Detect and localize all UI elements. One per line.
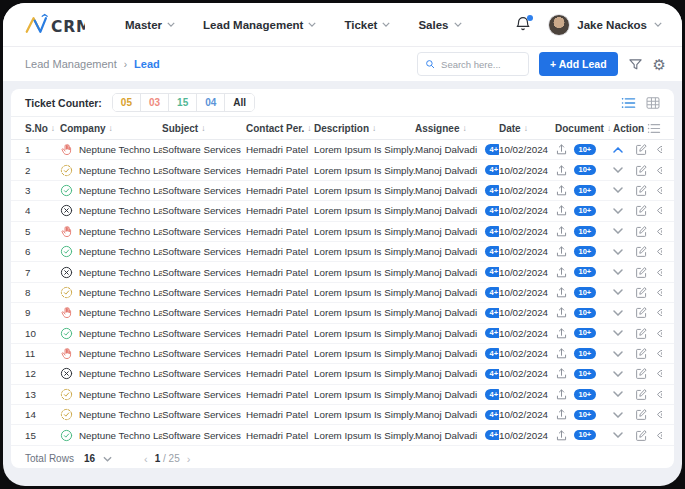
breadcrumb-parent[interactable]: Lead Management: [25, 58, 117, 70]
edit-icon[interactable]: [635, 143, 648, 156]
assignee-count-badge[interactable]: 4+: [485, 287, 499, 298]
assignee-count-badge[interactable]: 4+: [485, 308, 499, 319]
column-settings-icon[interactable]: [647, 123, 661, 134]
upload-icon[interactable]: [555, 367, 568, 380]
expand-row-icon[interactable]: [613, 187, 623, 193]
view-icon[interactable]: [656, 225, 662, 238]
upload-icon[interactable]: [555, 388, 568, 401]
document-count-badge[interactable]: 10+: [574, 246, 596, 257]
edit-icon[interactable]: [635, 204, 648, 217]
view-icon[interactable]: [656, 286, 662, 299]
document-count-badge[interactable]: 10+: [574, 144, 596, 155]
document-count-badge[interactable]: 10+: [574, 165, 596, 176]
edit-icon[interactable]: [635, 184, 648, 197]
document-count-badge[interactable]: 10+: [574, 348, 596, 359]
user-menu[interactable]: Jake Nackos: [548, 14, 662, 36]
expand-row-icon[interactable]: [613, 269, 623, 275]
view-icon[interactable]: [656, 408, 662, 421]
view-icon[interactable]: [656, 388, 662, 401]
assignee-count-badge[interactable]: 4+: [485, 226, 499, 237]
expand-row-icon[interactable]: [613, 167, 623, 173]
sort-arrow-icon[interactable]: ↓: [462, 123, 466, 133]
search-input[interactable]: [441, 59, 521, 70]
upload-icon[interactable]: [555, 327, 568, 340]
edit-icon[interactable]: [635, 347, 648, 360]
sort-arrow-icon[interactable]: ↓: [201, 123, 205, 133]
edit-icon[interactable]: [635, 225, 648, 238]
assignee-count-badge[interactable]: 4+: [485, 389, 499, 400]
edit-icon[interactable]: [635, 286, 648, 299]
expand-row-icon[interactable]: [613, 432, 623, 438]
ticket-counter-item-05[interactable]: 05: [113, 94, 141, 111]
assignee-count-badge[interactable]: 4+: [485, 144, 499, 155]
nav-item-ticket[interactable]: Ticket: [344, 19, 390, 31]
document-count-badge[interactable]: 10+: [574, 308, 596, 319]
upload-icon[interactable]: [555, 347, 568, 360]
edit-icon[interactable]: [635, 367, 648, 380]
view-icon[interactable]: [656, 245, 662, 258]
document-count-badge[interactable]: 10+: [574, 328, 596, 339]
view-icon[interactable]: [656, 184, 662, 197]
edit-icon[interactable]: [635, 266, 648, 279]
sort-arrow-icon[interactable]: ↓: [51, 123, 55, 133]
assignee-count-badge[interactable]: 4+: [485, 430, 499, 441]
upload-icon[interactable]: [555, 306, 568, 319]
assignee-count-badge[interactable]: 4+: [485, 165, 499, 176]
edit-icon[interactable]: [635, 388, 648, 401]
list-view-icon[interactable]: [621, 97, 636, 109]
expand-row-icon[interactable]: [613, 391, 623, 397]
collapse-row-icon[interactable]: [613, 147, 623, 153]
upload-icon[interactable]: [555, 245, 568, 258]
assignee-count-badge[interactable]: 4+: [485, 328, 499, 339]
next-page-icon[interactable]: ›: [187, 453, 191, 465]
upload-icon[interactable]: [555, 429, 568, 442]
view-icon[interactable]: [656, 164, 662, 177]
upload-icon[interactable]: [555, 204, 568, 217]
upload-icon[interactable]: [555, 184, 568, 197]
sort-arrow-icon[interactable]: ↓: [607, 123, 611, 133]
expand-row-icon[interactable]: [613, 228, 623, 234]
view-icon[interactable]: [656, 306, 662, 319]
edit-icon[interactable]: [635, 327, 648, 340]
settings-button[interactable]: ⚙: [653, 57, 666, 72]
assignee-count-badge[interactable]: 4+: [485, 246, 499, 257]
assignee-count-badge[interactable]: 4+: [485, 369, 499, 380]
ticket-counter-item-03[interactable]: 03: [141, 94, 169, 111]
document-count-badge[interactable]: 10+: [574, 389, 596, 400]
view-icon[interactable]: [656, 327, 662, 340]
assignee-count-badge[interactable]: 4+: [485, 206, 499, 217]
upload-icon[interactable]: [555, 143, 568, 156]
nav-item-master[interactable]: Master: [125, 19, 175, 31]
edit-icon[interactable]: [635, 429, 648, 442]
assignee-count-badge[interactable]: 4+: [485, 185, 499, 196]
ticket-counter-item-15[interactable]: 15: [169, 94, 197, 111]
grid-view-icon[interactable]: [646, 97, 660, 109]
upload-icon[interactable]: [555, 164, 568, 177]
view-icon[interactable]: [656, 204, 662, 217]
document-count-badge[interactable]: 10+: [574, 287, 596, 298]
expand-row-icon[interactable]: [613, 330, 623, 336]
expand-row-icon[interactable]: [613, 289, 623, 295]
document-count-badge[interactable]: 10+: [574, 185, 596, 196]
document-count-badge[interactable]: 10+: [574, 206, 596, 217]
ticket-counter-item-04[interactable]: 04: [197, 94, 225, 111]
document-count-badge[interactable]: 10+: [574, 430, 596, 441]
nav-item-sales[interactable]: Sales: [418, 19, 461, 31]
document-count-badge[interactable]: 10+: [574, 369, 596, 380]
assignee-count-badge[interactable]: 4+: [485, 267, 499, 278]
expand-row-icon[interactable]: [613, 371, 623, 377]
expand-row-icon[interactable]: [613, 412, 623, 418]
assignee-count-badge[interactable]: 4+: [485, 348, 499, 359]
expand-row-icon[interactable]: [613, 310, 623, 316]
edit-icon[interactable]: [635, 306, 648, 319]
upload-icon[interactable]: [555, 266, 568, 279]
expand-row-icon[interactable]: [613, 208, 623, 214]
rows-per-page-dropdown[interactable]: [103, 456, 112, 462]
upload-icon[interactable]: [555, 286, 568, 299]
prev-page-icon[interactable]: ‹: [144, 453, 148, 465]
sort-arrow-icon[interactable]: ↓: [372, 123, 376, 133]
assignee-count-badge[interactable]: 4+: [485, 410, 499, 421]
document-count-badge[interactable]: 10+: [574, 410, 596, 421]
expand-row-icon[interactable]: [613, 351, 623, 357]
expand-row-icon[interactable]: [613, 249, 623, 255]
